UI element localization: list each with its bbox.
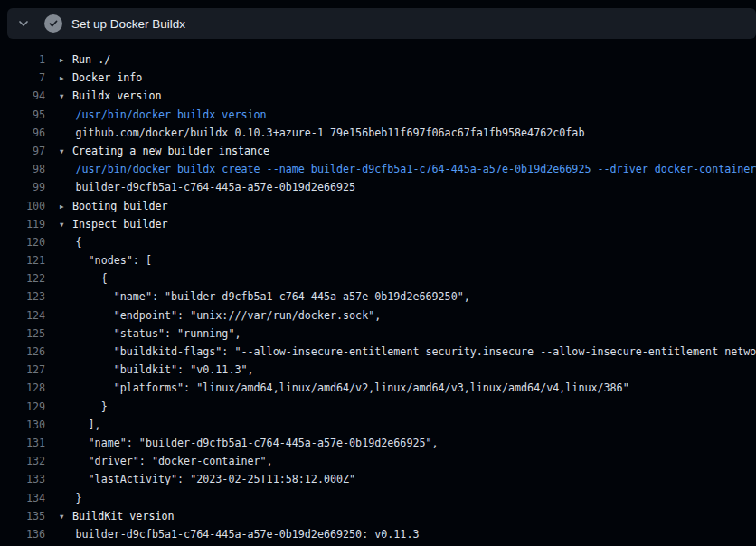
- line-number[interactable]: 127: [0, 361, 45, 379]
- line-number[interactable]: 133: [0, 470, 45, 488]
- log-line: 130 ],: [0, 416, 756, 434]
- actions-log-viewer: Set up Docker Buildx 1▶Run ./7▶Docker in…: [0, 8, 756, 543]
- line-number[interactable]: 94: [0, 87, 45, 105]
- log-lines: 1▶Run ./7▶Docker info94▼Buildx version95…: [0, 39, 756, 543]
- output-text: builder-d9cfb5a1-c764-445a-a57e-0b19d2e6…: [76, 181, 356, 193]
- output-text: "driver": "docker-container",: [76, 455, 273, 467]
- output-text: "name": "builder-d9cfb5a1-c764-445a-a57e…: [76, 437, 439, 449]
- chevron-down-icon[interactable]: [16, 16, 31, 31]
- log-line: 123 "name": "builder-d9cfb5a1-c764-445a-…: [0, 287, 756, 306]
- log-line: 98/usr/bin/docker buildx create --name b…: [0, 160, 756, 178]
- line-number[interactable]: 124: [0, 306, 45, 325]
- log-line: 128 "platforms": "linux/amd64,linux/amd6…: [0, 379, 756, 397]
- line-number[interactable]: 98: [0, 160, 45, 178]
- command-text: /usr/bin/docker buildx create --name bui…: [76, 163, 756, 175]
- log-line: 99builder-d9cfb5a1-c764-445a-a57e-0b19d2…: [0, 178, 756, 196]
- log-line: 124 "endpoint": "unix:///var/run/docker.…: [0, 306, 756, 325]
- triangle-right-icon[interactable]: ▶: [60, 198, 72, 215]
- line-number[interactable]: 128: [0, 379, 45, 397]
- line-number[interactable]: 121: [0, 251, 45, 269]
- log-line: 129 }: [0, 398, 756, 416]
- line-number[interactable]: 120: [0, 233, 45, 251]
- line-number[interactable]: 96: [0, 124, 45, 142]
- log-line: 132 "driver": "docker-container",: [0, 452, 756, 470]
- line-number[interactable]: 125: [0, 325, 45, 343]
- log-line: 122 {: [0, 269, 756, 287]
- triangle-down-icon[interactable]: ▼: [60, 88, 72, 105]
- output-text: "lastActivity": "2023-02-25T11:58:12.000…: [76, 473, 356, 485]
- group-title[interactable]: Run ./: [72, 53, 110, 66]
- output-text: {: [76, 236, 82, 249]
- log-line[interactable]: 7▶Docker info: [0, 69, 756, 87]
- output-text: "buildkitd-flags": "--allow-insecure-ent…: [76, 345, 756, 358]
- group-title[interactable]: Booting builder: [72, 200, 168, 212]
- line-number[interactable]: 119: [0, 215, 45, 233]
- log-line: 127 "buildkit": "v0.11.3",: [0, 361, 756, 379]
- log-line: 120{: [0, 233, 756, 251]
- command-text: /usr/bin/docker buildx version: [76, 108, 267, 121]
- output-text: {: [76, 272, 108, 285]
- log-line: 133 "lastActivity": "2023-02-25T11:58:12…: [0, 470, 756, 488]
- log-line: 96github.com/docker/buildx 0.10.3+azure-…: [0, 124, 756, 142]
- log-line[interactable]: 135▼BuildKit version: [0, 507, 756, 525]
- line-number[interactable]: 132: [0, 452, 45, 470]
- line-number[interactable]: 97: [0, 142, 45, 160]
- line-number[interactable]: 135: [0, 507, 45, 525]
- log-line[interactable]: 94▼Buildx version: [0, 87, 756, 105]
- log-line: 136builder-d9cfb5a1-c764-445a-a57e-0b19d…: [0, 525, 756, 543]
- line-number[interactable]: 123: [0, 287, 45, 306]
- line-number[interactable]: 95: [0, 106, 45, 124]
- output-text: github.com/docker/buildx 0.10.3+azure-1 …: [76, 127, 585, 139]
- line-number[interactable]: 131: [0, 434, 45, 452]
- output-text: "buildkit": "v0.11.3",: [76, 363, 254, 376]
- output-text: "status": "running",: [76, 327, 241, 340]
- line-number[interactable]: 122: [0, 269, 45, 287]
- output-text: "endpoint": "unix:///var/run/docker.sock…: [76, 309, 382, 322]
- log-line: 134}: [0, 489, 756, 507]
- output-text: "name": "builder-d9cfb5a1-c764-445a-a57e…: [76, 290, 470, 303]
- check-circle-icon: [44, 14, 62, 33]
- line-number[interactable]: 130: [0, 416, 45, 434]
- step-title: Set up Docker Buildx: [71, 17, 185, 31]
- line-number[interactable]: 1: [0, 51, 45, 69]
- output-text: ],: [76, 419, 101, 431]
- log-line: 126 "buildkitd-flags": "--allow-insecure…: [0, 343, 756, 361]
- group-title[interactable]: Inspect builder: [72, 218, 168, 231]
- log-line[interactable]: 119▼Inspect builder: [0, 215, 756, 233]
- triangle-down-icon[interactable]: ▼: [60, 508, 72, 525]
- log-line[interactable]: 97▼Creating a new builder instance: [0, 142, 756, 160]
- log-line[interactable]: 100▶Booting builder: [0, 197, 756, 215]
- log-line: 131 "name": "builder-d9cfb5a1-c764-445a-…: [0, 434, 756, 452]
- line-number[interactable]: 7: [0, 69, 45, 87]
- line-number[interactable]: 129: [0, 398, 45, 416]
- log-line: 125 "status": "running",: [0, 325, 756, 343]
- log-line[interactable]: 1▶Run ./: [0, 51, 756, 69]
- output-text: }: [76, 400, 108, 413]
- line-number[interactable]: 126: [0, 343, 45, 361]
- output-text: }: [76, 492, 82, 504]
- step-header[interactable]: Set up Docker Buildx: [7, 8, 756, 39]
- triangle-right-icon[interactable]: ▶: [60, 70, 72, 87]
- group-title[interactable]: BuildKit version: [72, 510, 175, 522]
- triangle-right-icon[interactable]: ▶: [60, 52, 72, 69]
- output-text: builder-d9cfb5a1-c764-445a-a57e-0b19d2e6…: [76, 528, 420, 541]
- group-title[interactable]: Creating a new builder instance: [72, 145, 269, 157]
- triangle-down-icon[interactable]: ▼: [60, 216, 72, 233]
- group-title[interactable]: Buildx version: [72, 89, 162, 102]
- line-number[interactable]: 100: [0, 197, 45, 215]
- line-number[interactable]: 136: [0, 525, 45, 543]
- log-line: 95/usr/bin/docker buildx version: [0, 106, 756, 124]
- line-number[interactable]: 99: [0, 178, 45, 196]
- triangle-down-icon[interactable]: ▼: [60, 143, 72, 160]
- output-text: "platforms": "linux/amd64,linux/amd64/v2…: [76, 381, 629, 394]
- group-title[interactable]: Docker info: [72, 71, 142, 84]
- log-line: 121 "nodes": [: [0, 251, 756, 269]
- output-text: "nodes": [: [76, 254, 152, 267]
- line-number[interactable]: 134: [0, 489, 45, 507]
